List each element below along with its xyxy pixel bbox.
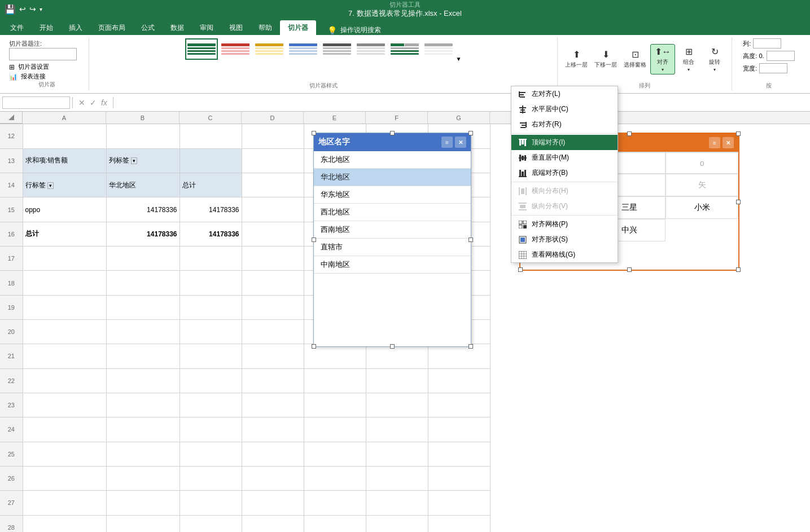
function-icon[interactable]: fx [101, 98, 107, 107]
cell-b16[interactable]: 14178336 [106, 222, 179, 246]
scroll-down-icon[interactable]: ▼ [456, 56, 462, 62]
name-box[interactable] [2, 96, 70, 109]
slicer-settings-btn[interactable]: ⊞ 切片器设置 [9, 63, 84, 71]
slicer-item-southcentral[interactable]: 中南地区 [314, 256, 471, 274]
quick-access-more[interactable]: ▾ [40, 6, 42, 12]
pivot-dropdown-icon[interactable]: ▾ [131, 157, 137, 164]
tab-insert[interactable]: 插入 [61, 20, 90, 35]
swatch-4[interactable] [287, 38, 319, 60]
cell-b14[interactable]: 华北地区 [106, 173, 179, 197]
tab-data[interactable]: 数据 [163, 20, 192, 35]
phone-item-shape[interactable]: 矢 [665, 174, 738, 196]
search-actions-label[interactable]: 操作说明搜索 [340, 25, 381, 35]
align-btn[interactable]: ⬆↔ 对齐 ▾ [650, 44, 675, 74]
col-input[interactable] [753, 38, 781, 49]
slicer-handle-mr[interactable] [469, 238, 473, 242]
col-header-f[interactable]: F [366, 112, 428, 124]
move-down-btn[interactable]: ⬇ 下移一层 [592, 47, 620, 71]
select-pane-btn[interactable]: ⊡ 选择窗格 [621, 47, 649, 71]
cell-a16[interactable]: 总计 [23, 222, 106, 246]
phone-slicer-clear[interactable]: ✕ [723, 137, 734, 148]
rotate-btn[interactable]: ↻ 旋转 ▾ [702, 45, 727, 74]
phone-item-xiaomi[interactable]: 小米 [665, 196, 738, 219]
region-slicer-multiselect[interactable]: ≡ [441, 137, 453, 148]
height-input[interactable] [767, 51, 795, 61]
phone-handle-br[interactable] [736, 267, 741, 272]
cell-b12[interactable] [106, 124, 179, 148]
slicer-handle-tr[interactable] [469, 131, 473, 135]
slicer-item-east[interactable]: 华东地区 [314, 186, 471, 204]
cell-a12[interactable] [23, 124, 106, 148]
cell-d16[interactable] [242, 222, 304, 246]
cell-d12[interactable] [242, 124, 304, 148]
cell-c14[interactable]: 总计 [179, 173, 242, 197]
move-up-btn[interactable]: ⬆ 上移一层 [562, 47, 590, 71]
row-dropdown-icon[interactable]: ▾ [47, 182, 54, 189]
col-header-d[interactable]: D [242, 112, 304, 124]
slicer-handle-tm[interactable] [390, 131, 395, 135]
report-link-btn[interactable]: 📊 报表连接 [9, 72, 84, 81]
tab-review[interactable]: 审阅 [192, 20, 221, 35]
tab-file[interactable]: 文件 [2, 20, 32, 35]
redo-icon[interactable]: ↪ [29, 5, 36, 14]
slicer-handle-bl[interactable] [312, 344, 316, 349]
phone-handle-bl[interactable] [518, 267, 523, 272]
col-header-c[interactable]: C [179, 112, 242, 124]
group-btn[interactable]: ⊞ 组合 ▾ [676, 45, 701, 74]
align-center-v-item[interactable]: 垂直居中(M) [511, 150, 618, 165]
cell-d15[interactable] [242, 197, 304, 222]
swatch-1[interactable] [185, 38, 218, 60]
swatch-5[interactable] [321, 38, 353, 60]
col-header-b[interactable]: B [106, 112, 179, 124]
cell-b13[interactable]: 列标签 ▾ [106, 148, 179, 173]
cancel-formula-icon[interactable]: ✕ [78, 98, 85, 107]
save-icon[interactable]: 💾 [5, 4, 16, 15]
cell-a13[interactable]: 求和项:销售额 [23, 148, 106, 173]
slicer-item-southwest[interactable]: 西南地区 [314, 221, 471, 239]
slicer-item-northeast[interactable]: 东北地区 [314, 151, 471, 169]
swatch-2[interactable] [219, 38, 252, 60]
tab-view[interactable]: 视图 [221, 20, 251, 35]
slicer-handle-br[interactable] [469, 344, 473, 349]
tab-formula[interactable]: 公式 [133, 20, 163, 35]
cell-c15[interactable]: 14178336 [179, 197, 242, 222]
width-input[interactable] [759, 63, 787, 73]
phone-handle-tm[interactable] [627, 131, 632, 136]
align-right-item[interactable]: 右对齐(R) [511, 124, 618, 132]
view-gridlines-item[interactable]: 查看网格线(G) [511, 247, 618, 262]
col-header-e[interactable]: E [304, 112, 366, 124]
tab-help[interactable]: 帮助 [251, 20, 280, 35]
phone-handle-bm[interactable] [627, 267, 632, 272]
swatch-8[interactable] [422, 38, 455, 60]
slicer-item-north[interactable]: 华北地区 [314, 169, 471, 186]
cell-c12[interactable] [179, 124, 242, 148]
caption-input[interactable] [9, 48, 77, 60]
slicer-item-northwest[interactable]: 西北地区 [314, 204, 471, 221]
align-top-item[interactable]: 顶端对齐(I) [511, 135, 618, 150]
cell-d13[interactable] [242, 148, 304, 173]
phone-item-o[interactable]: o [665, 152, 738, 174]
snap-grid-item[interactable]: 对齐网格(P) [511, 217, 618, 232]
phone-slicer-multiselect[interactable]: ≡ [709, 137, 720, 148]
tab-slicer[interactable]: 切片器 [280, 20, 316, 35]
tab-home[interactable]: 开始 [32, 20, 61, 35]
region-slicer-clear[interactable]: ✕ [455, 137, 466, 148]
slicer-handle-bm[interactable] [390, 344, 395, 349]
swatch-7[interactable] [388, 38, 421, 60]
cell-d14[interactable] [242, 173, 304, 197]
swatch-3[interactable] [253, 38, 286, 60]
cell-c16[interactable]: 14178336 [179, 222, 242, 246]
tab-pagelayout[interactable]: 页面布局 [90, 20, 133, 35]
formula-input[interactable] [116, 96, 808, 109]
undo-icon[interactable]: ↩ [19, 5, 26, 14]
snap-shape-item[interactable]: 对齐形状(S) [511, 232, 618, 247]
cell-a14[interactable]: 行标签 ▾ [23, 173, 106, 197]
phone-handle-tr[interactable] [736, 131, 741, 136]
col-header-g[interactable]: G [428, 112, 490, 124]
align-bottom-item[interactable]: 底端对齐(B) [511, 165, 618, 181]
phone-handle-mr[interactable] [736, 200, 741, 204]
col-header-a[interactable]: A [23, 112, 106, 124]
cell-b15[interactable]: 14178336 [106, 197, 179, 222]
cell-a15[interactable]: oppo [23, 197, 106, 222]
confirm-formula-icon[interactable]: ✓ [90, 98, 97, 107]
